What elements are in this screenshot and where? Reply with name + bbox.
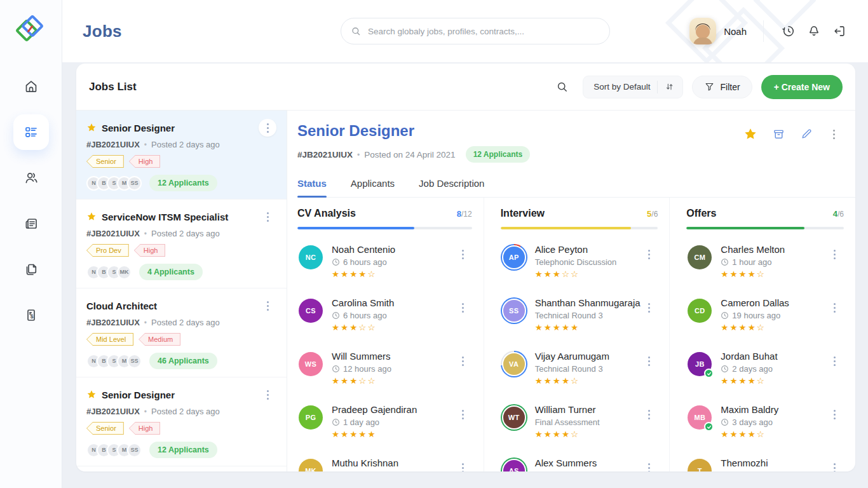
candidate-name[interactable]: Jordan Buhat [721, 351, 777, 362]
job-star-icon[interactable] [86, 390, 97, 400]
sort-dropdown[interactable]: Sort by Default [583, 76, 682, 98]
tab-status[interactable]: Status [297, 178, 327, 197]
user-avatar[interactable] [689, 18, 716, 44]
job-applicants-badge[interactable]: 4 Applicants [139, 264, 203, 280]
candidate-menu-button[interactable] [640, 245, 658, 263]
candidate-avatar[interactable]: SS [502, 299, 526, 323]
candidate-avatar[interactable]: AS [502, 459, 526, 471]
candidate-menu-button[interactable] [826, 245, 844, 263]
candidate-menu-button[interactable] [640, 352, 658, 370]
candidate-name[interactable]: Alice Peyton [535, 244, 617, 255]
sidebar-item-documents[interactable] [13, 252, 49, 287]
candidate-avatar[interactable]: WS [299, 352, 323, 376]
job-applicants-badge[interactable]: 12 Applicants [149, 442, 217, 458]
candidate-name[interactable]: Charles Melton [721, 244, 785, 255]
candidate-avatar[interactable]: AP [502, 245, 526, 269]
candidate-menu-button[interactable] [640, 299, 658, 316]
job-menu-button[interactable] [259, 119, 276, 137]
sidebar-item-invoices[interactable]: $ [13, 297, 49, 333]
candidate-menu-button[interactable] [640, 405, 658, 423]
candidate-menu-button[interactable] [826, 352, 844, 370]
candidate-menu-button[interactable] [826, 459, 844, 471]
candidate-name[interactable]: Will Summers [332, 351, 391, 362]
candidate-rating-stars[interactable]: ★★★★☆ [721, 429, 778, 439]
sidebar-item-jobs[interactable] [13, 114, 49, 150]
candidate-rating-stars[interactable]: ★★★★☆ [721, 269, 785, 279]
job-star-icon[interactable] [86, 123, 97, 133]
job-menu-button[interactable] [259, 297, 276, 315]
candidate-rating-stars[interactable]: ★★★☆☆ [332, 322, 394, 332]
job-card[interactable]: Senior Designer #JB2021UIUX Posted 2 day… [76, 377, 287, 466]
applicants-badge[interactable]: 12 Applicants [466, 146, 531, 163]
candidate-rating-stars[interactable]: ★★★☆☆ [332, 376, 391, 386]
candidate-menu-button[interactable] [826, 405, 844, 423]
candidate-menu-button[interactable] [454, 405, 472, 423]
candidate-menu-button[interactable] [454, 245, 472, 263]
candidate-row: WS Will Summers 12 hours ago ★★★☆☆ [297, 341, 472, 395]
candidate-avatar[interactable]: NC [299, 245, 323, 269]
edit-button[interactable] [797, 125, 816, 144]
candidate-name[interactable]: Pradeep Gajendiran [332, 404, 417, 415]
candidate-avatar[interactable]: CD [688, 299, 712, 323]
job-star-icon[interactable] [86, 212, 97, 222]
candidate-rating-stars[interactable]: ★★★★☆ [332, 269, 395, 279]
job-detail-menu-button[interactable] [825, 125, 843, 143]
candidate-name[interactable]: Carolina Smith [332, 297, 394, 308]
jobs-search-button[interactable] [550, 75, 574, 99]
candidate-avatar[interactable]: CM [688, 245, 712, 269]
candidate-name[interactable]: Shanthan Shanmugaraja [535, 297, 633, 308]
candidate-info: Vijay Aarumugam Technical Round 3 ★★★★☆ [535, 351, 609, 386]
candidate-name[interactable]: Noah Centenio [332, 244, 395, 255]
candidate-menu-button[interactable] [454, 299, 472, 316]
candidate-name[interactable]: Muthu Krishnan [332, 458, 398, 468]
candidate-avatar[interactable]: T [688, 459, 712, 471]
candidate-avatar[interactable]: CS [299, 299, 323, 323]
candidate-rating-stars[interactable]: ★★★★☆ [535, 429, 600, 439]
history-button[interactable] [778, 20, 799, 42]
candidate-rating-stars[interactable]: ★★★★☆ [535, 376, 609, 386]
candidate-menu-button[interactable] [640, 459, 658, 471]
job-tag: High [134, 244, 166, 257]
candidate-avatar[interactable]: MK [299, 459, 323, 471]
candidate-name[interactable]: Maxim Baldry [721, 404, 778, 415]
job-applicants-badge[interactable]: 46 Applicants [149, 353, 217, 369]
candidate-name[interactable]: Alex Summers [535, 458, 600, 468]
candidate-name[interactable]: Cameron Dallas [721, 297, 789, 308]
app-logo[interactable] [16, 14, 46, 44]
candidate-rating-stars[interactable]: ★★★☆☆ [535, 269, 617, 279]
filter-button[interactable]: Filter [692, 76, 752, 98]
search-input[interactable] [341, 18, 610, 44]
candidate-name[interactable]: Vijay Aarumugam [535, 351, 609, 362]
job-card[interactable]: Senior Designer #JB2021UIUX Posted 2 day… [76, 111, 287, 200]
job-card[interactable]: Senior Designer #JB2021UIUX Posted 2 day… [76, 466, 287, 471]
candidate-avatar[interactable]: WT [502, 405, 526, 430]
sidebar-item-news[interactable] [13, 206, 49, 241]
notifications-button[interactable] [803, 20, 825, 42]
tab-job-description[interactable]: Job Description [419, 178, 484, 197]
candidate-name[interactable]: William Turner [535, 404, 600, 415]
create-new-button[interactable]: + Create New [761, 75, 843, 99]
candidate-menu-button[interactable] [454, 352, 472, 370]
favorite-button[interactable] [741, 125, 760, 144]
logout-button[interactable] [829, 20, 850, 42]
job-menu-button[interactable] [259, 386, 276, 403]
candidate-info: William Turner Final Assessment ★★★★☆ [535, 404, 600, 439]
tab-applicants[interactable]: Applicants [351, 178, 395, 197]
candidate-avatar[interactable]: VA [502, 352, 526, 376]
archive-button[interactable] [769, 125, 788, 144]
job-card[interactable]: ServiceNow ITSM Specialist #JB2021UIUX P… [76, 200, 287, 288]
candidate-rating-stars[interactable]: ★★★★☆ [721, 376, 777, 386]
candidate-menu-button[interactable] [454, 459, 472, 471]
candidate-rating-stars[interactable]: ★★★★☆ [721, 322, 789, 332]
job-card[interactable]: Cloud Architect #JB2021UIUX Posted 2 day… [76, 288, 287, 377]
user-name[interactable]: Noah [724, 26, 747, 37]
candidate-name[interactable]: Thenmozhi [721, 458, 773, 468]
sidebar-item-people[interactable] [13, 160, 49, 196]
candidate-rating-stars[interactable]: ★★★★★ [332, 429, 417, 439]
candidate-menu-button[interactable] [826, 299, 844, 316]
sidebar-item-home[interactable] [13, 69, 49, 104]
candidate-rating-stars[interactable]: ★★★★★ [535, 322, 633, 332]
job-applicants-badge[interactable]: 12 Applicants [149, 175, 217, 191]
candidate-avatar[interactable]: PG [299, 405, 323, 430]
job-menu-button[interactable] [259, 208, 276, 226]
